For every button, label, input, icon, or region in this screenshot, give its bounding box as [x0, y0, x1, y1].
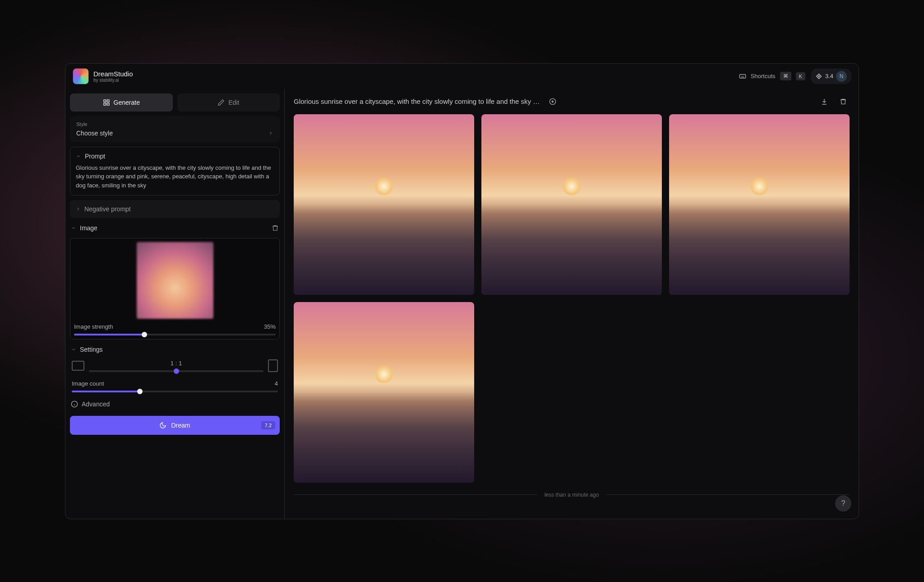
- image-count-slider[interactable]: [72, 391, 278, 392]
- negative-prompt-panel[interactable]: Negative prompt: [70, 200, 280, 218]
- svg-rect-0: [739, 74, 745, 78]
- image-count-value: 4: [275, 380, 278, 387]
- moon-icon: [159, 422, 166, 429]
- trash-icon[interactable]: [272, 224, 279, 232]
- aspect-ratio-value: 1 : 1: [89, 360, 263, 367]
- image-count-label: Image count: [72, 380, 104, 387]
- tab-generate[interactable]: Generate: [70, 93, 173, 112]
- delete-button[interactable]: [837, 95, 850, 108]
- info-icon: [71, 400, 78, 408]
- result-title: Glorious sunrise over a cityscape, with …: [294, 98, 540, 105]
- edit-icon: [217, 99, 225, 106]
- timestamp: less than a minute ago: [545, 492, 599, 498]
- settings-section-toggle[interactable]: Settings: [70, 344, 280, 355]
- image-preview-panel: Image strength 35%: [70, 238, 280, 340]
- user-avatar[interactable]: N: [836, 71, 847, 82]
- ratio-landscape-icon[interactable]: [72, 361, 84, 371]
- prompt-panel[interactable]: Prompt Glorious sunrise over a cityscape…: [70, 147, 280, 196]
- result-image[interactable]: [294, 114, 474, 295]
- download-button[interactable]: [818, 95, 831, 108]
- image-preview[interactable]: [137, 242, 213, 319]
- grid-icon: [103, 99, 110, 106]
- svg-point-1: [818, 75, 820, 77]
- help-button[interactable]: ?: [835, 495, 851, 512]
- prompt-text[interactable]: Glorious sunrise over a cityscape, with …: [76, 163, 274, 190]
- result-image[interactable]: [294, 302, 474, 483]
- style-selector[interactable]: Style Choose style: [70, 116, 280, 142]
- svg-rect-5: [107, 103, 109, 105]
- image-strength-slider[interactable]: [74, 334, 276, 335]
- svg-rect-3: [107, 100, 109, 102]
- dream-button[interactable]: Dream 7.2: [70, 416, 280, 435]
- image-strength-label: Image strength: [74, 323, 113, 330]
- image-section-toggle[interactable]: Image: [70, 223, 280, 233]
- chevron-down-icon: [76, 154, 81, 159]
- trash-icon: [840, 98, 847, 105]
- keyboard-icon: [739, 73, 746, 80]
- dream-cost: 7.2: [261, 421, 275, 429]
- back-button[interactable]: [546, 95, 559, 108]
- arrow-left-icon: [549, 98, 556, 105]
- app-subtitle: by stability.ai: [93, 78, 133, 83]
- app-logo: [73, 68, 89, 84]
- kbd-cmd: ⌘: [780, 72, 791, 80]
- result-image[interactable]: [481, 114, 662, 295]
- tab-edit[interactable]: Edit: [177, 93, 280, 112]
- download-icon: [821, 98, 828, 105]
- app-title: DreamStudio: [93, 70, 133, 78]
- svg-rect-2: [104, 100, 106, 102]
- kbd-k: K: [796, 72, 805, 80]
- image-strength-value: 35%: [264, 323, 276, 330]
- ratio-portrait-icon[interactable]: [268, 359, 278, 372]
- result-image[interactable]: [669, 114, 850, 295]
- chevron-down-icon: [71, 225, 76, 231]
- chevron-right-icon: [75, 206, 81, 212]
- tag-icon: [815, 73, 822, 80]
- shortcuts-button[interactable]: Shortcuts ⌘ K: [739, 72, 805, 80]
- aspect-ratio-slider[interactable]: [89, 370, 263, 372]
- chevron-down-icon: [71, 347, 76, 352]
- advanced-toggle[interactable]: Advanced: [70, 397, 280, 411]
- chevron-right-icon: [268, 130, 273, 136]
- credits-pill[interactable]: 3.4 N: [811, 69, 851, 84]
- svg-rect-4: [104, 103, 106, 105]
